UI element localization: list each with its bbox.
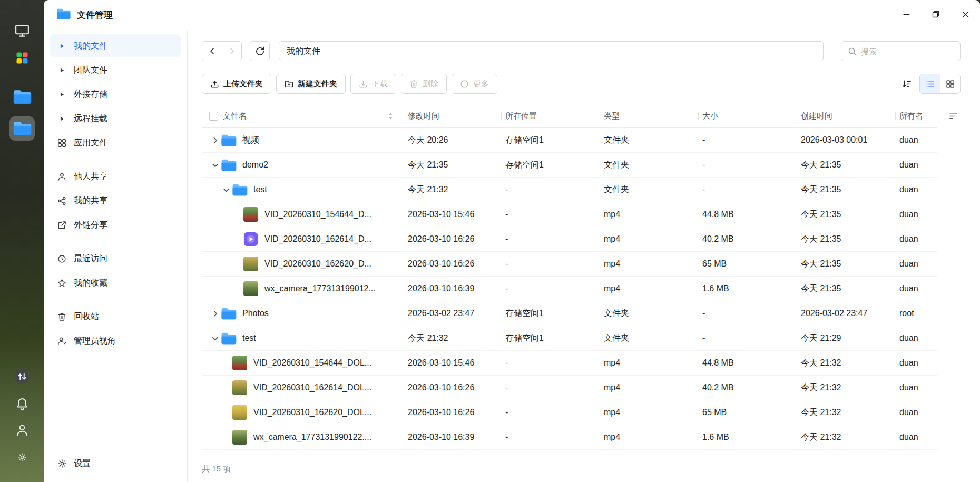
sidebar-item-favorites[interactable]: 我的收藏 [50, 271, 181, 294]
column-header-owner[interactable]: 所有者 [895, 111, 937, 121]
clock-icon [57, 254, 67, 263]
sort-arrows-icon[interactable] [388, 112, 393, 120]
delete-button[interactable]: 删除 [401, 74, 447, 94]
cell-created: 今天 21:32 [797, 382, 895, 394]
table-row[interactable]: VID_20260310_154644_DOL...2026-03-10 15:… [202, 351, 937, 376]
chevron-down-icon[interactable] [220, 186, 232, 193]
external-link-icon [57, 221, 67, 230]
cell-location: 存储空间1 [501, 333, 600, 344]
chevron-right-icon[interactable] [209, 310, 221, 317]
cell-location: - [501, 259, 600, 269]
cell-owner: duan [895, 185, 937, 194]
minimize-button[interactable] [891, 0, 921, 28]
search-box[interactable] [841, 41, 961, 61]
sidebar-item-shared-by-others[interactable]: 他人共享 [50, 165, 181, 188]
download-button[interactable]: 下载 [350, 74, 396, 94]
cell-type: mp4 [600, 210, 698, 219]
file-name: 视频 [242, 135, 259, 146]
more-button[interactable]: 更多 [452, 74, 497, 94]
refresh-button[interactable] [250, 41, 270, 61]
table-row[interactable]: test今天 21:32-文件夹-今天 21:35duan [202, 178, 937, 202]
sidebar-item-team-files[interactable]: 团队文件 [50, 58, 181, 82]
cell-created: 今天 21:35 [797, 259, 895, 270]
forward-button[interactable] [222, 42, 241, 61]
table-row[interactable]: Photos2026-03-02 23:47存储空间1文件夹-2026-03-0… [202, 301, 937, 326]
table-row[interactable]: 视频今天 20:26存储空间1文件夹-2026-03-03 00:01duan [202, 128, 937, 153]
cell-created: 今天 21:35 [797, 160, 895, 171]
dock-account-button[interactable] [9, 418, 35, 442]
cell-owner: duan [895, 210, 937, 219]
list-view-button[interactable] [920, 74, 940, 93]
table-row[interactable]: wx_camera_177313199012...2026-03-10 16:3… [202, 277, 937, 301]
download-icon [359, 80, 368, 88]
grid-view-button[interactable] [940, 74, 960, 93]
cell-modified: 2026-03-10 16:26 [404, 408, 501, 417]
dock-transfer-button[interactable] [9, 365, 35, 389]
column-header-modified[interactable]: 修改时间 [404, 111, 501, 121]
upload-folder-button[interactable]: 上传文件夹 [202, 74, 271, 94]
sidebar-item-external-links[interactable]: 外链分享 [50, 213, 181, 237]
column-header-name[interactable]: 文件名 [223, 111, 404, 121]
back-button[interactable] [202, 42, 222, 61]
dock-desktop-button[interactable] [9, 18, 35, 43]
cell-created: 今天 21:35 [797, 234, 895, 245]
table-row[interactable]: demo2今天 21:35存储空间1文件夹-今天 21:35duan [202, 153, 937, 178]
sidebar-item-admin-view[interactable]: 管理员视角 [50, 329, 181, 352]
sidebar-item-recycle-bin[interactable]: 回收站 [50, 305, 181, 328]
path-input[interactable] [279, 41, 824, 61]
sidebar-item-settings[interactable]: 设置 [50, 451, 181, 476]
select-all-checkbox[interactable] [209, 112, 218, 121]
monitor-icon [14, 23, 30, 38]
table-row[interactable]: test今天 21:32存储空间1文件夹-今天 21:29duan [202, 326, 937, 351]
dock-files-button[interactable] [9, 85, 35, 109]
new-folder-button[interactable]: 新建文件夹 [276, 74, 346, 94]
table-row[interactable]: VID_20260310_154644_D...2026-03-10 15:46… [202, 202, 937, 227]
cell-created: 今天 21:35 [797, 283, 895, 294]
cell-owner: root [895, 309, 937, 318]
sidebar-item-my-files[interactable]: 我的文件 [50, 34, 181, 57]
table-row[interactable]: VID_20260310_162620_D...2026-03-10 16:26… [202, 252, 937, 277]
cell-type: mp4 [600, 432, 698, 442]
dock-notifications-button[interactable] [9, 391, 35, 416]
column-header-size[interactable]: 大小 [698, 111, 797, 121]
file-name-cell: VID_20260310_162620_D... [202, 257, 404, 271]
column-header-created[interactable]: 创建时间 [797, 111, 895, 121]
folder-icon [221, 159, 237, 172]
cell-owner: duan [895, 432, 937, 442]
sidebar-item-my-shares[interactable]: 我的共享 [50, 189, 181, 212]
cell-type: mp4 [600, 358, 698, 368]
triangle-icon [57, 43, 67, 49]
sidebar-item-app-files[interactable]: 应用文件 [50, 131, 181, 154]
column-header-type[interactable]: 类型 [600, 111, 698, 121]
cell-created: 2026-03-03 00:01 [797, 135, 895, 145]
dock-system-settings-button[interactable] [9, 445, 35, 469]
share-icon [57, 196, 67, 205]
cell-type: 文件夹 [600, 308, 698, 319]
cell-owner: duan [895, 358, 937, 368]
sidebar-item-remote-mount[interactable]: 远程挂载 [50, 107, 181, 130]
sort-button[interactable] [901, 79, 912, 89]
maximize-button[interactable] [921, 0, 950, 28]
column-settings-icon[interactable] [948, 111, 958, 121]
column-header-location[interactable]: 所在位置 [501, 111, 600, 121]
table-row[interactable]: wx_camera_1773131990122....2026-03-10 16… [202, 425, 937, 450]
search-input[interactable] [861, 47, 954, 56]
sidebar-item-external-storage[interactable]: 外接存储 [50, 83, 181, 106]
chevron-down-icon[interactable] [209, 335, 221, 342]
minimize-icon [903, 11, 910, 18]
table-row[interactable]: VID_20260310_162614_D...2026-03-10 16:26… [202, 227, 937, 252]
close-button[interactable] [950, 0, 980, 28]
file-name: VID_20260310_162614_D... [264, 234, 371, 244]
dock-app-center-button[interactable] [9, 46, 35, 70]
table-row[interactable]: VID_20260310_162620_DOL...2026-03-10 16:… [202, 400, 937, 425]
chevron-down-icon[interactable] [209, 162, 221, 169]
cell-modified: 2026-03-02 23:47 [404, 309, 501, 318]
dock-files-active-button[interactable] [9, 116, 35, 141]
chevron-right-icon[interactable] [209, 137, 221, 144]
table-row[interactable]: VID_20260310_162614_DOL...2026-03-10 16:… [202, 376, 937, 400]
dock-top [9, 18, 35, 141]
button-label: 新建文件夹 [298, 79, 337, 89]
sidebar-item-recent[interactable]: 最近访问 [50, 247, 181, 270]
cell-location: - [501, 383, 600, 392]
close-icon [962, 11, 969, 18]
